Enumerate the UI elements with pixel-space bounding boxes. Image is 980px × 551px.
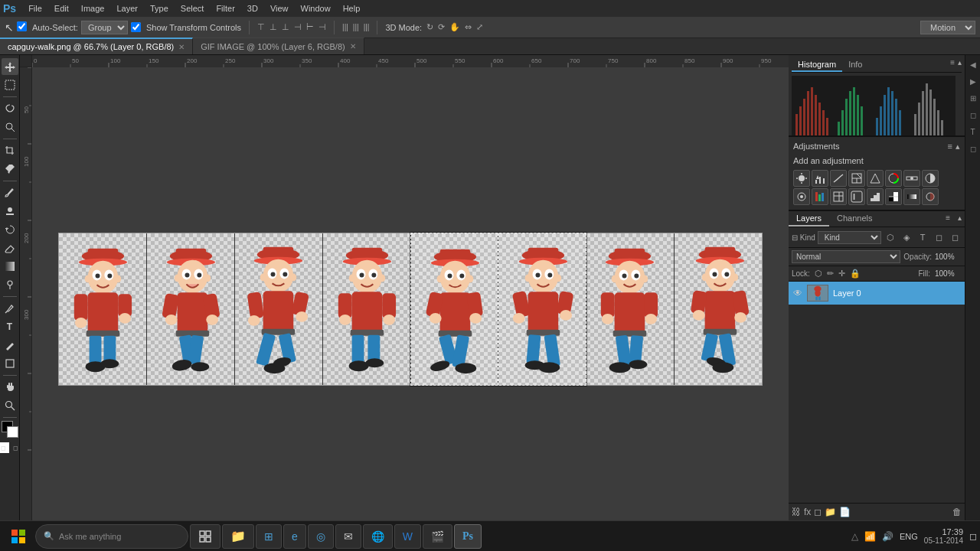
panel-history-icon[interactable]: ▶ <box>967 75 979 87</box>
taskbar-ie[interactable]: ◎ <box>308 524 334 549</box>
menu-3d[interactable]: 3D <box>241 2 264 15</box>
menu-window[interactable]: Window <box>295 2 337 15</box>
hand-tool[interactable] <box>2 379 18 396</box>
layer-visibility-eye[interactable]: 👁 <box>793 288 802 298</box>
history-brush-tool[interactable] <box>2 221 18 238</box>
layers-kind-select[interactable]: Kind <box>818 231 881 244</box>
link-layers-icon[interactable]: ⛓ <box>792 507 801 517</box>
canvas-content[interactable] <box>32 67 789 520</box>
tab-layers[interactable]: Layers <box>789 211 829 227</box>
adj-vibrance[interactable] <box>867 170 884 187</box>
quick-mask-btn[interactable]: ◻ <box>0 442 9 453</box>
eyedropper-tool[interactable] <box>2 161 18 178</box>
align-right-icon[interactable]: ⊣ <box>318 22 326 32</box>
layer-fx-icon[interactable]: fx <box>804 507 811 517</box>
path-selection-tool[interactable] <box>2 337 18 354</box>
zoom-tool[interactable] <box>2 397 18 414</box>
layers-menu-icon[interactable]: ≡ <box>941 211 955 227</box>
delete-layer-icon[interactable]: 🗑 <box>952 507 962 517</box>
sound-icon[interactable]: 🔊 <box>882 531 893 542</box>
adj-gradient-map[interactable] <box>903 188 920 205</box>
adj-channel-mixer[interactable] <box>812 188 828 205</box>
foreground-color[interactable] <box>2 421 18 438</box>
shape-tool[interactable] <box>2 355 18 372</box>
stamp-tool[interactable] <box>2 203 18 220</box>
tab-gif-close[interactable]: ✕ <box>350 42 356 51</box>
move-tool[interactable] <box>2 58 18 75</box>
workspace-select[interactable]: Motion <box>920 21 975 34</box>
gradient-tool[interactable] <box>2 258 18 275</box>
lock-position-icon[interactable]: ✛ <box>838 269 845 279</box>
collapse-panel-icon[interactable]: ◀ <box>967 58 979 70</box>
layer-item-0[interactable]: 👁 Layer 0 <box>789 282 965 305</box>
adj-selective-color[interactable] <box>922 188 939 205</box>
3d-pan-icon[interactable]: ✋ <box>449 22 460 32</box>
adj-threshold[interactable] <box>885 188 902 205</box>
network-icon[interactable]: 📶 <box>864 531 876 542</box>
adj-color-lookup[interactable] <box>830 188 847 205</box>
crop-tool[interactable] <box>2 142 18 159</box>
tab-info[interactable]: Info <box>842 58 868 72</box>
histogram-collapse[interactable]: ▴ <box>958 58 962 72</box>
adj-levels[interactable] <box>812 170 828 187</box>
adj-photo-filter[interactable] <box>793 188 810 205</box>
menu-view[interactable]: View <box>264 2 295 15</box>
distribute-icon-2[interactable]: ||| <box>353 23 359 31</box>
pen-tool[interactable] <box>2 300 18 317</box>
align-horiz-center-icon[interactable]: ⊢ <box>306 22 314 32</box>
new-group-icon[interactable]: 📁 <box>825 507 836 517</box>
action-center-icon[interactable]: ◻ <box>969 531 977 542</box>
adj-posterize[interactable] <box>867 188 884 205</box>
histogram-menu[interactable]: ≡ <box>950 58 955 72</box>
eraser-tool[interactable] <box>2 240 18 256</box>
3d-slide-icon[interactable]: ⇔ <box>465 22 472 32</box>
start-button[interactable] <box>3 521 34 552</box>
adj-huesat[interactable] <box>885 170 902 187</box>
layers-filter-shape[interactable]: ◻ <box>932 230 946 244</box>
menu-type[interactable]: Type <box>144 2 175 15</box>
adj-brightness[interactable] <box>793 170 810 187</box>
menu-layer[interactable]: Layer <box>110 2 144 15</box>
taskbar-search[interactable]: 🔍 Ask me anything <box>35 524 188 549</box>
lock-all-icon[interactable]: 🔒 <box>850 269 861 279</box>
add-mask-icon[interactable]: ◻ <box>814 507 822 517</box>
adj-invert[interactable]: I <box>848 188 865 205</box>
clock[interactable]: 17:39 05-11-2014 <box>924 527 963 545</box>
tab-gif[interactable]: GIF IMAGE @ 100% (Layer 6, RGB/8) ✕ <box>193 37 364 54</box>
align-top-icon[interactable]: ⊤ <box>257 22 265 32</box>
menu-filter[interactable]: Filter <box>210 2 240 15</box>
panel-text2-icon[interactable]: T <box>967 126 979 138</box>
taskbar-photoshop[interactable]: Ps <box>454 524 482 549</box>
auto-select-type[interactable]: Group <box>81 21 128 34</box>
adj-colorbalance[interactable] <box>903 170 920 187</box>
panel-adjust2-icon[interactable]: ◻ <box>967 109 979 121</box>
tab-channels[interactable]: Channels <box>829 211 880 227</box>
taskbar-explorer[interactable]: 📁 <box>222 524 254 549</box>
taskbar-word[interactable]: W <box>394 524 421 549</box>
quick-select-tool[interactable] <box>2 119 18 135</box>
menu-help[interactable]: Help <box>337 2 367 15</box>
align-bottom-icon[interactable]: ⊥ <box>282 22 289 32</box>
menu-edit[interactable]: Edit <box>48 2 75 15</box>
distribute-icon-1[interactable]: ||| <box>342 23 348 31</box>
adj-exposure[interactable] <box>848 170 865 187</box>
adj-collapse-icon[interactable]: ▴ <box>956 142 960 152</box>
canvas-area[interactable]: 0 50 100 150 200 250 300 350 400 450 <box>20 55 789 520</box>
layers-collapse-icon[interactable]: ▴ <box>955 211 965 227</box>
taskbar-film[interactable]: 🎬 <box>423 524 452 549</box>
taskbar-store[interactable]: ⊞ <box>256 524 282 549</box>
menu-file[interactable]: File <box>22 2 48 15</box>
tab-capguy[interactable]: capguy-walk.png @ 66.7% (Layer 0, RGB/8)… <box>0 37 193 54</box>
taskbar-mail[interactable]: ✉ <box>335 524 361 549</box>
lock-transparent-icon[interactable]: ⬡ <box>815 269 822 279</box>
tab-capguy-close[interactable]: ✕ <box>178 43 185 51</box>
show-transform-checkbox[interactable] <box>131 22 141 32</box>
adj-menu-icon[interactable]: ≡ <box>948 142 952 152</box>
tab-histogram[interactable]: Histogram <box>792 58 842 72</box>
dodge-tool[interactable] <box>2 276 18 293</box>
blend-mode-select[interactable]: Normal <box>792 250 900 263</box>
align-vert-center-icon[interactable]: ⊥ <box>270 22 277 32</box>
menu-select[interactable]: Select <box>175 2 211 15</box>
taskbar-edge[interactable]: e <box>283 524 306 549</box>
3d-rotate-icon[interactable]: ↻ <box>426 22 433 32</box>
